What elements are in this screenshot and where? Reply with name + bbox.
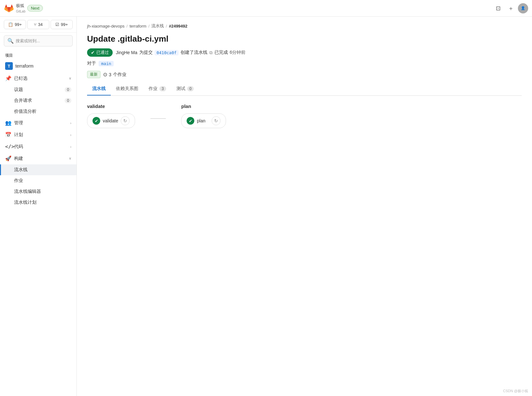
breadcrumb-sep-3: / [166, 24, 167, 29]
toggle-sidebar-button[interactable]: ⊡ [492, 3, 504, 14]
manage-label: 管理 [14, 120, 68, 126]
project-name: terraform [15, 63, 34, 69]
jobs-label: 作业 [14, 178, 23, 184]
pipeline-stages: validate ✔ validate ↻ plan ✔ plan ↻ [87, 103, 522, 128]
issues-icon: 📋 [8, 22, 13, 27]
nav-group-plan-header[interactable]: 📅 计划 › [0, 129, 77, 141]
pinned-arrow: ∨ [69, 76, 71, 80]
nav-group-code-header[interactable]: </> 代码 › [0, 141, 77, 153]
nav-group-build: 🚀 构建 ∨ 流水线 作业 流水线编辑器 流水线计划 [0, 153, 77, 208]
action-text: 为提交 [139, 50, 153, 55]
jobs-count: 3 [109, 72, 111, 77]
go-icon: ⊙ [103, 71, 107, 78]
nav-group-pinned: 📌 已钉选 ∨ 议题 0 合并请求 0 价值流分析 [0, 72, 77, 117]
issues-count: 99+ [15, 22, 22, 27]
gitlab-logo [4, 3, 14, 13]
avatar-image: 👤 [521, 6, 525, 10]
code-icon: </> [5, 144, 12, 150]
build-label: 构建 [14, 156, 66, 161]
page-title: Update .gitlab-ci.yml [87, 34, 522, 44]
tabs: 流水线 依赖关系图 作业 3 测试 0 [87, 83, 522, 96]
sidebar-counters: 📋 99+ ⑂ 34 ☑ 99+ [0, 17, 77, 33]
sidebar: 📋 99+ ⑂ 34 ☑ 99+ 🔍 搜索或转到... 项目 T terrafo… [0, 17, 77, 396]
job-name-validate: validate [103, 118, 118, 123]
sidebar-toggle-icon: ⊡ [496, 5, 501, 12]
breadcrumb-org[interactable]: jh-xiaomage-devops [87, 24, 125, 29]
status-text: JingHe Ma 为提交 0410ca0f 创建了流水线 ⧉ 已完成 6分钟前 [116, 50, 246, 55]
tab-dependency-graph-label: 依赖关系图 [116, 86, 138, 92]
merge-requests-badge: 0 [65, 98, 71, 103]
latest-badge: 最新 [87, 71, 101, 78]
jobs-label: 个作业 [113, 72, 126, 78]
todos-counter-button[interactable]: ☑ 99+ [51, 20, 73, 29]
completed-text: 已完成 [214, 50, 228, 55]
build-icon: 🚀 [5, 155, 12, 161]
sidebar-item-jobs[interactable]: 作业 [0, 175, 77, 186]
branch-row: 对于 main [87, 61, 522, 66]
breadcrumb: jh-xiaomage-devops / terraform / 流水线 / #… [87, 23, 522, 29]
main-layout: 📋 99+ ⑂ 34 ☑ 99+ 🔍 搜索或转到... 项目 T terrafo… [0, 17, 532, 396]
nav-group-code: </> 代码 › [0, 141, 77, 153]
check-icon: ✔ [91, 50, 95, 55]
job-check-icon-validate: ✔ [93, 117, 100, 125]
search-placeholder-text: 搜索或转到... [16, 38, 40, 44]
tab-pipeline[interactable]: 流水线 [87, 83, 111, 95]
copy-icon[interactable]: ⧉ [209, 50, 213, 55]
sidebar-item-pipelines[interactable]: 流水线 [0, 164, 77, 175]
value-stream-label: 价值流分析 [14, 109, 36, 114]
nav-group-manage: 👥 管理 › [0, 117, 77, 129]
nav-group-build-header[interactable]: 🚀 构建 ∨ [0, 153, 77, 164]
nav-icons: ⊡ ＋ 👤 [492, 3, 528, 14]
merge-requests-label: 合并请求 [14, 98, 32, 103]
nav-group-plan: 📅 计划 › [0, 129, 77, 141]
search-box[interactable]: 🔍 搜索或转到... [4, 35, 73, 46]
brand-name: 极狐GitLab [16, 3, 25, 13]
time-text: 6分钟前 [230, 50, 246, 55]
sidebar-item-value-stream[interactable]: 价值流分析 [0, 106, 77, 117]
branch-prefix: 对于 [87, 61, 96, 66]
issues-counter-button[interactable]: 📋 99+ [4, 20, 26, 29]
tab-dependency-graph[interactable]: 依赖关系图 [111, 83, 143, 95]
sidebar-item-pipeline-schedules[interactable]: 流水线计划 [0, 197, 77, 208]
next-badge: Next [27, 5, 43, 12]
connector-line [150, 118, 166, 119]
sidebar-item-issues[interactable]: 议题 0 [0, 84, 77, 95]
tab-jobs[interactable]: 作业 3 [143, 83, 171, 95]
job-node-validate[interactable]: ✔ validate ↻ [87, 113, 135, 128]
nav-group-pinned-header[interactable]: 📌 已钉选 ∨ [0, 72, 77, 84]
project-item[interactable]: T terraform [0, 60, 77, 72]
sidebar-item-pipeline-editor[interactable]: 流水线编辑器 [0, 186, 77, 197]
job-node-plan[interactable]: ✔ plan ↻ [181, 113, 226, 128]
job-retry-button-validate[interactable]: ↻ [121, 116, 130, 125]
project-icon: T [5, 62, 13, 70]
new-button[interactable]: ＋ [505, 3, 517, 14]
branch-name[interactable]: main [99, 61, 114, 66]
job-retry-button-plan[interactable]: ↻ [212, 116, 221, 125]
top-navigation: 极狐GitLab Next ⊡ ＋ 👤 [0, 0, 532, 17]
code-label: 代码 [14, 144, 68, 150]
jobs-info: ⊙ 3 个作业 [103, 71, 126, 78]
nav-group-manage-header[interactable]: 👥 管理 › [0, 117, 77, 129]
breadcrumb-id: #2499492 [169, 24, 188, 29]
tab-tests[interactable]: 测试 0 [171, 83, 199, 95]
breadcrumb-section[interactable]: 流水线 [151, 23, 164, 29]
commit-hash[interactable]: 0410ca0f [155, 50, 179, 55]
pipeline-schedules-label: 流水线计划 [14, 200, 36, 205]
stage-plan: plan ✔ plan ↻ [181, 103, 226, 128]
section-label: 项目 [0, 49, 77, 60]
sidebar-item-merge-requests[interactable]: 合并请求 0 [0, 95, 77, 106]
avatar[interactable]: 👤 [518, 3, 528, 13]
tab-tests-label: 测试 [176, 86, 185, 92]
search-icon: 🔍 [7, 38, 14, 44]
merge-requests-counter-button[interactable]: ⑂ 34 [27, 20, 49, 29]
pinned-label: 已钉选 [14, 76, 66, 81]
stage-plan-title: plan [181, 103, 226, 109]
tab-jobs-count: 3 [159, 86, 166, 91]
issues-badge: 0 [65, 87, 71, 92]
created-text: 创建了流水线 [181, 50, 207, 55]
pipelines-label: 流水线 [14, 167, 28, 173]
plan-icon: 📅 [5, 132, 12, 138]
pipeline-meta-row: 最新 ⊙ 3 个作业 [87, 71, 522, 78]
merge-count: 34 [38, 22, 43, 27]
breadcrumb-project[interactable]: terraform [130, 24, 147, 29]
